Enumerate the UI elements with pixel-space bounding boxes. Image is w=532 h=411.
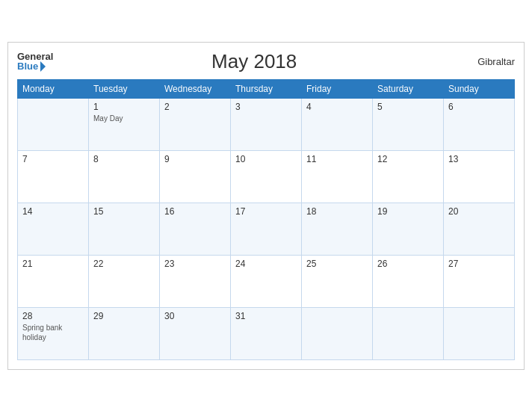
calendar-body: 1May Day23456789101112131415161718192021… xyxy=(18,98,515,359)
day-number: 24 xyxy=(235,259,297,269)
day-number: 11 xyxy=(306,154,368,164)
day-number: 20 xyxy=(448,206,510,217)
calendar-cell: 4 xyxy=(302,98,373,150)
calendar-header: General Blue May 2018 Gibraltar xyxy=(17,50,515,73)
day-number: 2 xyxy=(164,102,226,112)
col-friday: Friday xyxy=(302,79,373,98)
col-monday: Monday xyxy=(18,79,89,98)
col-thursday: Thursday xyxy=(231,79,302,98)
logo-blue-text: Blue xyxy=(17,61,53,72)
day-number: 9 xyxy=(164,154,226,164)
calendar-cell: 30 xyxy=(160,307,231,359)
calendar-cell: 25 xyxy=(302,255,373,307)
logo-general-text: General xyxy=(17,52,53,61)
calendar-region: Gibraltar xyxy=(455,56,515,67)
day-number: 31 xyxy=(235,311,297,321)
calendar-week-row: 1May Day23456 xyxy=(18,98,515,150)
calendar-week-row: 14151617181920 xyxy=(18,203,515,255)
day-number: 29 xyxy=(93,311,155,321)
calendar-cell: 14 xyxy=(18,203,89,255)
col-wednesday: Wednesday xyxy=(160,79,231,98)
day-number: 17 xyxy=(235,206,297,217)
day-number: 22 xyxy=(93,259,155,269)
calendar-cell: 9 xyxy=(160,150,231,203)
calendar-cell xyxy=(302,307,373,359)
calendar-week-row: 28Spring bank holiday293031 xyxy=(18,307,515,359)
day-number: 3 xyxy=(235,102,297,112)
calendar-cell: 31 xyxy=(231,307,302,359)
day-number: 26 xyxy=(377,259,439,269)
calendar-cell: 22 xyxy=(89,255,160,307)
calendar-cell: 10 xyxy=(231,150,302,203)
calendar: General Blue May 2018 Gibraltar Monday T… xyxy=(7,42,525,370)
calendar-cell: 12 xyxy=(373,150,444,203)
day-number: 8 xyxy=(93,154,155,164)
logo-triangle-icon xyxy=(40,61,46,72)
day-number: 16 xyxy=(164,206,226,217)
calendar-week-row: 78910111213 xyxy=(18,150,515,203)
day-number: 30 xyxy=(164,311,226,321)
calendar-week-row: 21222324252627 xyxy=(18,255,515,307)
day-number: 1 xyxy=(93,102,155,112)
day-number: 18 xyxy=(306,206,368,217)
day-number: 19 xyxy=(377,206,439,217)
calendar-header-row: Monday Tuesday Wednesday Thursday Friday… xyxy=(18,79,515,98)
day-number: 27 xyxy=(448,259,510,269)
calendar-cell: 19 xyxy=(373,203,444,255)
calendar-cell xyxy=(373,307,444,359)
col-tuesday: Tuesday xyxy=(89,79,160,98)
calendar-table: Monday Tuesday Wednesday Thursday Friday… xyxy=(17,79,515,360)
day-number: 15 xyxy=(93,206,155,217)
calendar-cell: 5 xyxy=(373,98,444,150)
calendar-cell: 16 xyxy=(160,203,231,255)
col-saturday: Saturday xyxy=(373,79,444,98)
calendar-cell: 24 xyxy=(231,255,302,307)
calendar-cell xyxy=(444,307,515,359)
calendar-cell: 6 xyxy=(444,98,515,150)
calendar-cell xyxy=(18,98,89,150)
calendar-cell: 13 xyxy=(444,150,515,203)
calendar-cell: 7 xyxy=(18,150,89,203)
day-number: 12 xyxy=(377,154,439,164)
calendar-cell: 27 xyxy=(444,255,515,307)
calendar-cell: 11 xyxy=(302,150,373,203)
day-number: 5 xyxy=(377,102,439,112)
day-number: 4 xyxy=(306,102,368,112)
day-number: 25 xyxy=(306,259,368,269)
calendar-cell: 23 xyxy=(160,255,231,307)
calendar-cell: 1May Day xyxy=(89,98,160,150)
day-number: 23 xyxy=(164,259,226,269)
calendar-cell: 8 xyxy=(89,150,160,203)
calendar-cell: 20 xyxy=(444,203,515,255)
calendar-cell: 18 xyxy=(302,203,373,255)
calendar-cell: 26 xyxy=(373,255,444,307)
day-number: 6 xyxy=(448,102,510,112)
day-number: 28 xyxy=(22,311,84,321)
day-number: 14 xyxy=(22,206,84,217)
day-number: 10 xyxy=(235,154,297,164)
day-event: May Day xyxy=(93,114,155,123)
calendar-title: May 2018 xyxy=(53,50,455,73)
calendar-cell: 3 xyxy=(231,98,302,150)
calendar-cell: 29 xyxy=(89,307,160,359)
day-number: 13 xyxy=(448,154,510,164)
calendar-cell: 21 xyxy=(18,255,89,307)
calendar-cell: 2 xyxy=(160,98,231,150)
calendar-cell: 15 xyxy=(89,203,160,255)
logo: General Blue xyxy=(17,52,53,72)
calendar-cell: 28Spring bank holiday xyxy=(18,307,89,359)
day-event: Spring bank holiday xyxy=(22,323,84,342)
day-number: 7 xyxy=(22,154,84,164)
col-sunday: Sunday xyxy=(444,79,515,98)
day-number: 21 xyxy=(22,259,84,269)
calendar-cell: 17 xyxy=(231,203,302,255)
